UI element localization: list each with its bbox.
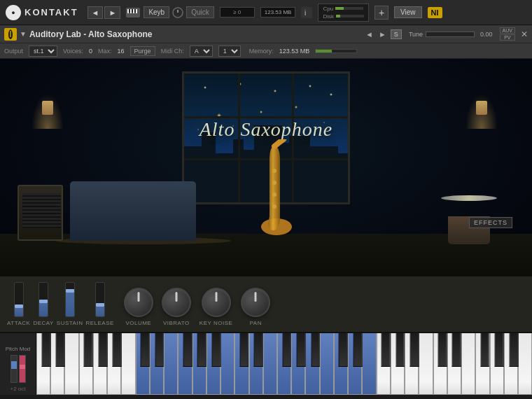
white-key[interactable]: [419, 333, 433, 395]
pan-knob[interactable]: [241, 288, 270, 317]
decay-slider[interactable]: [38, 282, 48, 317]
status-section: ≥ 0 123.53 MB i Cpu Disk + View NI: [220, 4, 442, 22]
white-key[interactable]: [121, 333, 135, 395]
tune-bar[interactable]: [426, 31, 475, 37]
black-key-highlighted[interactable]: [297, 333, 306, 367]
pitch-bar-left[interactable]: [10, 355, 18, 383]
memory-bar: [315, 49, 357, 53]
output-select[interactable]: st.1: [29, 46, 57, 57]
output-label: Output: [4, 48, 23, 55]
black-key[interactable]: [42, 333, 51, 367]
sustain-label: SUSTAIN: [57, 320, 83, 326]
midi-select[interactable]: A: [190, 46, 213, 57]
instrument-title-bar: ▼ Auditory Lab - Alto Saxophone ◄ ► S Tu…: [0, 25, 532, 43]
volume-knob[interactable]: [124, 288, 153, 317]
close-instrument-button[interactable]: ✕: [521, 29, 528, 39]
black-key[interactable]: [382, 333, 391, 367]
black-key-highlighted[interactable]: [311, 333, 320, 367]
max-label: Max:: [98, 48, 112, 55]
black-key[interactable]: [452, 333, 461, 367]
instrument-arrow-icon[interactable]: ▼: [20, 30, 27, 38]
black-key[interactable]: [480, 333, 489, 367]
inst-nav-next-icon[interactable]: ►: [379, 30, 386, 38]
white-key-highlighted[interactable]: [164, 333, 178, 395]
white-key-highlighted[interactable]: [320, 333, 334, 395]
wall-light-right: [476, 101, 490, 122]
piano-sidebar: Pitch Mod +2 oct: [0, 333, 36, 395]
piano-keys: .black-key { width: 1.8%; transform: tra…: [36, 333, 532, 395]
black-key[interactable]: [113, 333, 122, 367]
white-key-highlighted[interactable]: [362, 333, 376, 395]
white-key[interactable]: [518, 333, 532, 395]
octave-label: +2 oct: [10, 386, 25, 392]
inst-nav-prev-icon[interactable]: ◄: [365, 30, 373, 38]
info-icon: i: [301, 7, 312, 18]
black-key-highlighted[interactable]: [141, 333, 150, 367]
black-key-highlighted[interactable]: [254, 333, 263, 367]
release-slider[interactable]: [95, 282, 105, 317]
auv3-button[interactable]: AUV: [500, 27, 515, 34]
ni-badge: NI: [428, 7, 442, 18]
white-key-highlighted[interactable]: [220, 333, 234, 395]
release-slider-group: RELEASE: [85, 282, 113, 326]
black-key-highlighted[interactable]: [155, 333, 164, 367]
black-key[interactable]: [410, 333, 419, 367]
key-noise-knob[interactable]: [202, 288, 231, 317]
black-key[interactable]: [56, 333, 65, 367]
black-key[interactable]: [495, 333, 504, 367]
svg-rect-1: [127, 9, 129, 13]
voices-value: 0: [89, 48, 92, 55]
svg-rect-3: [133, 9, 134, 13]
black-key-highlighted[interactable]: [282, 333, 291, 367]
voices-status: ≥ 0: [220, 7, 255, 18]
attack-slider-group: ATTACK: [7, 282, 30, 326]
quick-button[interactable]: Quick: [186, 6, 214, 18]
view-button[interactable]: View: [394, 6, 422, 18]
sliders-section: ATTACK DECAY SUSTAIN: [7, 282, 114, 326]
black-key-highlighted[interactable]: [339, 333, 348, 367]
instrument-s-button[interactable]: S: [391, 29, 402, 39]
instrument-title-overlay: Alto Saxophone: [200, 118, 333, 141]
black-key-highlighted[interactable]: [183, 333, 192, 367]
wall-light-left: [42, 101, 56, 122]
purge-button[interactable]: Purge: [130, 46, 155, 56]
key-noise-label: KEY NOISE: [200, 320, 232, 326]
instrument-info-bar: Output st.1 Voices: 0 Max: 16 Purge Midi…: [0, 43, 532, 59]
black-key[interactable]: [438, 333, 447, 367]
memory-status: 123.53 MB: [260, 7, 296, 18]
add-button[interactable]: +: [374, 6, 388, 20]
keyb-button[interactable]: Keyb: [144, 6, 169, 18]
black-key[interactable]: [98, 333, 107, 367]
black-key-highlighted[interactable]: [239, 333, 248, 367]
black-key-highlighted[interactable]: [353, 333, 362, 367]
midi-ch-select[interactable]: 1: [218, 46, 241, 57]
sustain-slider[interactable]: [65, 282, 75, 317]
nav-next-button[interactable]: ►: [104, 6, 120, 19]
nav-prev-button[interactable]: ◄: [88, 6, 104, 19]
memory-label: Memory:: [249, 48, 274, 55]
black-key-highlighted[interactable]: [212, 333, 221, 367]
controls-area: ATTACK DECAY SUSTAIN: [0, 276, 532, 332]
tune-label: Tune: [409, 31, 423, 38]
pitch-bar-right[interactable]: [19, 355, 26, 383]
memory-value: 123.53 MB: [279, 48, 310, 55]
pv-button[interactable]: PV: [500, 34, 515, 41]
piano-area: Pitch Mod +2 oct: [0, 332, 532, 395]
white-key-highlighted[interactable]: [263, 333, 277, 395]
attack-slider[interactable]: [14, 282, 24, 317]
attack-label: ATTACK: [7, 320, 30, 326]
key-noise-knob-container: KEY NOISE: [200, 288, 232, 326]
disk-label: Disk: [323, 13, 334, 20]
pitch-mod-label: Pitch Mod: [6, 346, 31, 352]
sofa-back: [70, 181, 196, 202]
effects-button[interactable]: EFFECTS: [469, 217, 512, 228]
black-key[interactable]: [509, 333, 518, 367]
white-key[interactable]: [64, 333, 78, 395]
white-key[interactable]: [461, 333, 475, 395]
black-key[interactable]: [396, 333, 405, 367]
pan-label: PAN: [250, 320, 262, 326]
black-key-highlighted[interactable]: [197, 333, 206, 367]
black-key[interactable]: [84, 333, 93, 367]
voices-label: Voices:: [63, 48, 83, 55]
vibrato-knob[interactable]: [162, 288, 191, 317]
